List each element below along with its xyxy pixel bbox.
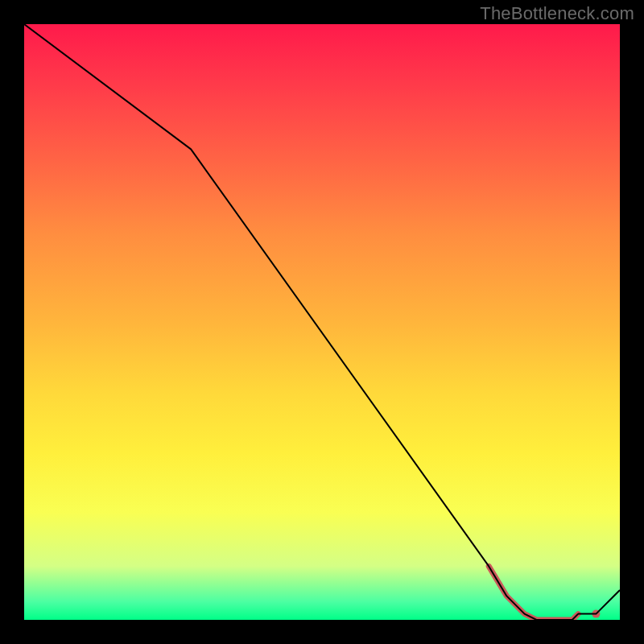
- main-curve-line: [24, 24, 620, 620]
- watermark-label: TheBottleneck.com: [480, 3, 634, 24]
- chart-frame: TheBottleneck.com: [0, 0, 644, 644]
- bottom-highlight-line: [489, 566, 578, 620]
- chart-overlay: [24, 24, 620, 620]
